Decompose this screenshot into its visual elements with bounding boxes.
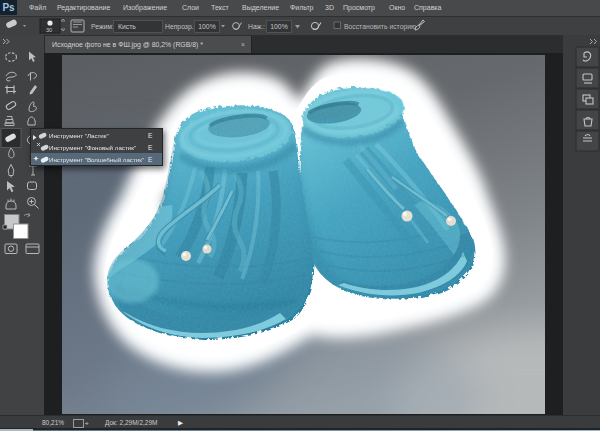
svg-text:30: 30 <box>46 27 52 33</box>
